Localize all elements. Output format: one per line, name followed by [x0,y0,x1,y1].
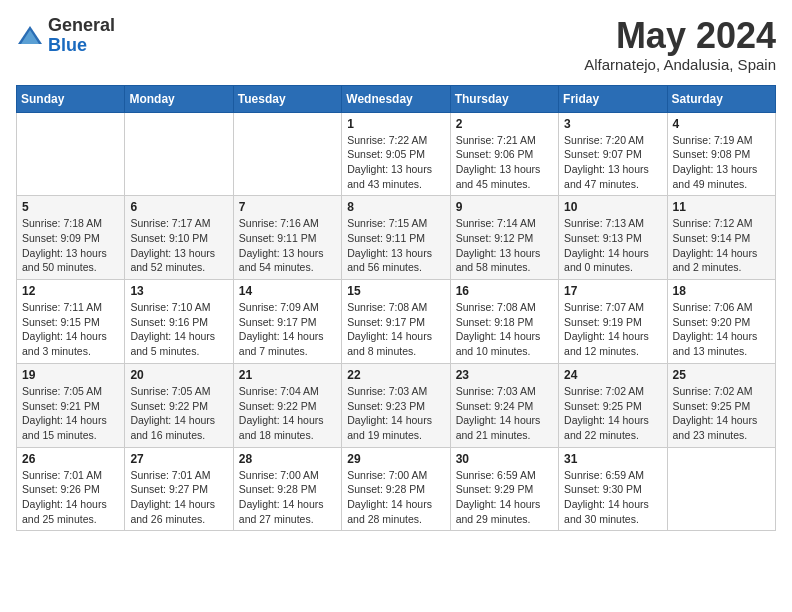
calendar-cell: 24Sunrise: 7:02 AM Sunset: 9:25 PM Dayli… [559,363,667,447]
calendar-cell [125,112,233,196]
day-number: 30 [456,452,553,466]
day-info: Sunrise: 7:16 AM Sunset: 9:11 PM Dayligh… [239,216,336,275]
calendar-cell: 30Sunrise: 6:59 AM Sunset: 9:29 PM Dayli… [450,447,558,531]
day-info: Sunrise: 7:17 AM Sunset: 9:10 PM Dayligh… [130,216,227,275]
day-number: 10 [564,200,661,214]
day-info: Sunrise: 7:18 AM Sunset: 9:09 PM Dayligh… [22,216,119,275]
day-info: Sunrise: 7:04 AM Sunset: 9:22 PM Dayligh… [239,384,336,443]
calendar-cell: 16Sunrise: 7:08 AM Sunset: 9:18 PM Dayli… [450,280,558,364]
calendar-cell: 14Sunrise: 7:09 AM Sunset: 9:17 PM Dayli… [233,280,341,364]
logo: General Blue [16,16,115,56]
day-number: 4 [673,117,770,131]
weekday-header-friday: Friday [559,85,667,112]
calendar-cell: 28Sunrise: 7:00 AM Sunset: 9:28 PM Dayli… [233,447,341,531]
calendar-cell: 3Sunrise: 7:20 AM Sunset: 9:07 PM Daylig… [559,112,667,196]
day-info: Sunrise: 7:10 AM Sunset: 9:16 PM Dayligh… [130,300,227,359]
day-info: Sunrise: 7:19 AM Sunset: 9:08 PM Dayligh… [673,133,770,192]
weekday-header-wednesday: Wednesday [342,85,450,112]
day-number: 15 [347,284,444,298]
day-info: Sunrise: 7:00 AM Sunset: 9:28 PM Dayligh… [347,468,444,527]
day-number: 12 [22,284,119,298]
calendar-cell: 20Sunrise: 7:05 AM Sunset: 9:22 PM Dayli… [125,363,233,447]
calendar-cell: 19Sunrise: 7:05 AM Sunset: 9:21 PM Dayli… [17,363,125,447]
day-info: Sunrise: 7:15 AM Sunset: 9:11 PM Dayligh… [347,216,444,275]
day-number: 19 [22,368,119,382]
day-info: Sunrise: 7:01 AM Sunset: 9:26 PM Dayligh… [22,468,119,527]
day-number: 23 [456,368,553,382]
day-number: 9 [456,200,553,214]
calendar-cell: 25Sunrise: 7:02 AM Sunset: 9:25 PM Dayli… [667,363,775,447]
calendar-cell: 1Sunrise: 7:22 AM Sunset: 9:05 PM Daylig… [342,112,450,196]
calendar-week-row: 5Sunrise: 7:18 AM Sunset: 9:09 PM Daylig… [17,196,776,280]
day-info: Sunrise: 7:05 AM Sunset: 9:22 PM Dayligh… [130,384,227,443]
day-number: 13 [130,284,227,298]
weekday-header-row: SundayMondayTuesdayWednesdayThursdayFrid… [17,85,776,112]
day-number: 6 [130,200,227,214]
day-number: 2 [456,117,553,131]
calendar-week-row: 1Sunrise: 7:22 AM Sunset: 9:05 PM Daylig… [17,112,776,196]
calendar-cell: 12Sunrise: 7:11 AM Sunset: 9:15 PM Dayli… [17,280,125,364]
calendar-table: SundayMondayTuesdayWednesdayThursdayFrid… [16,85,776,532]
weekday-header-sunday: Sunday [17,85,125,112]
calendar-cell [667,447,775,531]
calendar-cell: 17Sunrise: 7:07 AM Sunset: 9:19 PM Dayli… [559,280,667,364]
calendar-cell: 7Sunrise: 7:16 AM Sunset: 9:11 PM Daylig… [233,196,341,280]
day-number: 3 [564,117,661,131]
day-info: Sunrise: 7:22 AM Sunset: 9:05 PM Dayligh… [347,133,444,192]
day-number: 26 [22,452,119,466]
day-number: 27 [130,452,227,466]
logo-general: General [48,15,115,35]
day-number: 17 [564,284,661,298]
weekday-header-tuesday: Tuesday [233,85,341,112]
day-info: Sunrise: 7:21 AM Sunset: 9:06 PM Dayligh… [456,133,553,192]
logo-blue: Blue [48,35,87,55]
weekday-header-saturday: Saturday [667,85,775,112]
calendar-cell: 8Sunrise: 7:15 AM Sunset: 9:11 PM Daylig… [342,196,450,280]
day-info: Sunrise: 7:03 AM Sunset: 9:23 PM Dayligh… [347,384,444,443]
page-header: General Blue May 2024 Alfarnatejo, Andal… [16,16,776,73]
day-info: Sunrise: 7:02 AM Sunset: 9:25 PM Dayligh… [564,384,661,443]
calendar-cell: 23Sunrise: 7:03 AM Sunset: 9:24 PM Dayli… [450,363,558,447]
day-info: Sunrise: 7:20 AM Sunset: 9:07 PM Dayligh… [564,133,661,192]
day-info: Sunrise: 7:08 AM Sunset: 9:18 PM Dayligh… [456,300,553,359]
calendar-week-row: 19Sunrise: 7:05 AM Sunset: 9:21 PM Dayli… [17,363,776,447]
calendar-cell: 13Sunrise: 7:10 AM Sunset: 9:16 PM Dayli… [125,280,233,364]
calendar-cell: 18Sunrise: 7:06 AM Sunset: 9:20 PM Dayli… [667,280,775,364]
logo-icon [16,22,44,50]
calendar-cell: 4Sunrise: 7:19 AM Sunset: 9:08 PM Daylig… [667,112,775,196]
day-info: Sunrise: 7:03 AM Sunset: 9:24 PM Dayligh… [456,384,553,443]
calendar-cell: 21Sunrise: 7:04 AM Sunset: 9:22 PM Dayli… [233,363,341,447]
calendar-week-row: 26Sunrise: 7:01 AM Sunset: 9:26 PM Dayli… [17,447,776,531]
calendar-week-row: 12Sunrise: 7:11 AM Sunset: 9:15 PM Dayli… [17,280,776,364]
day-number: 25 [673,368,770,382]
calendar-cell: 29Sunrise: 7:00 AM Sunset: 9:28 PM Dayli… [342,447,450,531]
calendar-cell: 11Sunrise: 7:12 AM Sunset: 9:14 PM Dayli… [667,196,775,280]
calendar-cell [233,112,341,196]
calendar-cell: 5Sunrise: 7:18 AM Sunset: 9:09 PM Daylig… [17,196,125,280]
day-info: Sunrise: 7:07 AM Sunset: 9:19 PM Dayligh… [564,300,661,359]
title-block: May 2024 Alfarnatejo, Andalusia, Spain [584,16,776,73]
day-number: 16 [456,284,553,298]
day-info: Sunrise: 7:14 AM Sunset: 9:12 PM Dayligh… [456,216,553,275]
day-info: Sunrise: 6:59 AM Sunset: 9:29 PM Dayligh… [456,468,553,527]
calendar-cell: 26Sunrise: 7:01 AM Sunset: 9:26 PM Dayli… [17,447,125,531]
day-number: 28 [239,452,336,466]
day-number: 5 [22,200,119,214]
calendar-cell [17,112,125,196]
logo-text: General Blue [48,16,115,56]
calendar-cell: 10Sunrise: 7:13 AM Sunset: 9:13 PM Dayli… [559,196,667,280]
day-number: 11 [673,200,770,214]
calendar-cell: 27Sunrise: 7:01 AM Sunset: 9:27 PM Dayli… [125,447,233,531]
day-info: Sunrise: 7:06 AM Sunset: 9:20 PM Dayligh… [673,300,770,359]
day-number: 20 [130,368,227,382]
day-info: Sunrise: 7:12 AM Sunset: 9:14 PM Dayligh… [673,216,770,275]
calendar-cell: 6Sunrise: 7:17 AM Sunset: 9:10 PM Daylig… [125,196,233,280]
day-info: Sunrise: 7:00 AM Sunset: 9:28 PM Dayligh… [239,468,336,527]
day-number: 18 [673,284,770,298]
day-info: Sunrise: 7:13 AM Sunset: 9:13 PM Dayligh… [564,216,661,275]
day-info: Sunrise: 7:01 AM Sunset: 9:27 PM Dayligh… [130,468,227,527]
calendar-cell: 22Sunrise: 7:03 AM Sunset: 9:23 PM Dayli… [342,363,450,447]
calendar-cell: 9Sunrise: 7:14 AM Sunset: 9:12 PM Daylig… [450,196,558,280]
day-info: Sunrise: 7:09 AM Sunset: 9:17 PM Dayligh… [239,300,336,359]
calendar-cell: 2Sunrise: 7:21 AM Sunset: 9:06 PM Daylig… [450,112,558,196]
